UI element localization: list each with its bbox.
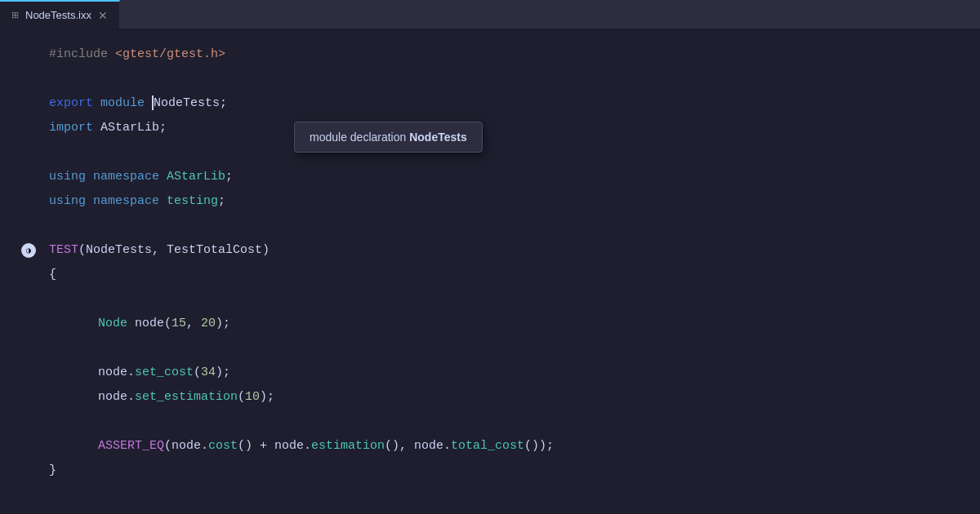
- tooltip-bold: NodeTests: [409, 131, 467, 144]
- assert-open: (node.: [164, 439, 208, 453]
- tab-nodetests[interactable]: ⊞ NodeTests.ixx ✕: [0, 0, 120, 29]
- preprocessor-include: #include: [49, 47, 115, 61]
- empty-line-4: [0, 287, 980, 312]
- code-line-assert: ASSERT_EQ(node.cost() + node.estimation(…: [0, 434, 980, 459]
- tab-filename: NodeTests.ixx: [25, 9, 91, 21]
- num-34: 34: [201, 366, 216, 379]
- brace-close: }: [49, 463, 56, 477]
- type-node: Node: [98, 317, 127, 330]
- breakpoint-icon: ◑: [21, 243, 36, 258]
- namespace-testing: testing: [167, 194, 218, 208]
- code-set-cost: node.set_cost(34);: [49, 361, 230, 385]
- code-test: TEST(NodeTests, TestTotalCost): [49, 238, 270, 263]
- semi1: ;: [225, 170, 233, 184]
- kw-module: module: [100, 96, 145, 110]
- node-end: );: [216, 317, 230, 330]
- tab-pin-icon: ⊞: [11, 10, 19, 20]
- empty-line-3: [0, 214, 980, 238]
- code-line-using1: using namespace AStarLib;: [0, 165, 980, 189]
- cursor-span: NodeTests;: [145, 96, 227, 110]
- code-export: export module NodeTests;: [49, 91, 227, 116]
- tab-close-icon[interactable]: ✕: [98, 10, 108, 21]
- est-open: (: [238, 390, 245, 404]
- tab-bar: ⊞ NodeTests.ixx ✕: [0, 0, 980, 29]
- num-10: 10: [245, 390, 260, 404]
- cost-open: (: [194, 366, 201, 379]
- method-estimation: estimation: [311, 439, 385, 453]
- code-brace-open: {: [49, 263, 56, 287]
- code-line-brace-open: {: [0, 263, 980, 287]
- editor-area[interactable]: #include <gtest/gtest.h> export module N…: [0, 29, 980, 514]
- kw-import: import: [49, 121, 93, 135]
- assert-close: ());: [524, 439, 554, 453]
- text-cursor: [152, 95, 154, 110]
- empty-line-6: [0, 410, 980, 434]
- code-assert: ASSERT_EQ(node.cost() + node.estimation(…: [49, 434, 554, 459]
- node-init: node(: [127, 317, 172, 330]
- macro-test: TEST: [49, 243, 78, 257]
- node-dot1: node.: [98, 366, 135, 379]
- method-set-estimation: set_estimation: [135, 390, 238, 404]
- code-line-node-decl: Node node(15, 20);: [0, 312, 980, 336]
- code-node-decl: Node node(15, 20);: [49, 312, 230, 336]
- empty-line-2: [0, 140, 980, 165]
- num-15: 15: [172, 317, 186, 330]
- namespace-astarlib: AStarLib: [167, 170, 225, 184]
- import-rest: AStarLib;: [93, 121, 167, 135]
- empty-line-5: [0, 336, 980, 361]
- cost-close: );: [216, 366, 230, 379]
- code-set-estimation: node.set_estimation(10);: [49, 385, 274, 410]
- code-line-export: export module NodeTests;: [0, 91, 980, 116]
- code-line-brace-close: }: [0, 459, 980, 483]
- comma1: ,: [186, 317, 201, 330]
- code-line-set-estimation: node.set_estimation(10);: [0, 385, 980, 410]
- brace-open: {: [49, 268, 56, 281]
- test-args: (NodeTests, TestTotalCost): [78, 243, 270, 257]
- method-set-cost: set_cost: [135, 366, 194, 379]
- assert-mid2: (), node.: [385, 439, 451, 453]
- tooltip-prefix: module declaration: [310, 131, 409, 144]
- code-using2: using namespace testing;: [49, 189, 225, 214]
- include-path: <gtest/gtest.h>: [115, 47, 225, 61]
- code-line-import: import AStarLib;: [0, 116, 980, 140]
- method-cost: cost: [208, 439, 238, 453]
- code-using1: using namespace AStarLib;: [49, 165, 233, 189]
- code-line-set-cost: node.set_cost(34);: [0, 361, 980, 385]
- assert-mid1: () + node.: [238, 439, 311, 453]
- code-line-using2: using namespace testing;: [0, 189, 980, 214]
- kw-export: export: [49, 96, 93, 110]
- num-20: 20: [201, 317, 216, 330]
- code-include: #include <gtest/gtest.h>: [49, 42, 225, 67]
- kw-using2: using: [49, 194, 86, 208]
- method-total-cost: total_cost: [451, 439, 524, 453]
- gutter-test: ◑: [16, 243, 49, 258]
- kw-using1: using: [49, 170, 86, 184]
- code-line-include: #include <gtest/gtest.h>: [0, 42, 980, 67]
- code-import: import AStarLib;: [49, 116, 167, 140]
- node-dot2: node.: [98, 390, 135, 404]
- empty-line-1: [0, 67, 980, 91]
- kw-namespace2: namespace: [93, 194, 159, 208]
- macro-assert-eq: ASSERT_EQ: [98, 439, 164, 453]
- kw-namespace1: namespace: [93, 170, 159, 184]
- code-line-test: ◑ TEST(NodeTests, TestTotalCost): [0, 238, 980, 263]
- est-close: );: [260, 390, 274, 404]
- semi2: ;: [218, 194, 225, 208]
- code-brace-close: }: [49, 459, 56, 483]
- hover-tooltip: module declaration NodeTests: [294, 122, 483, 153]
